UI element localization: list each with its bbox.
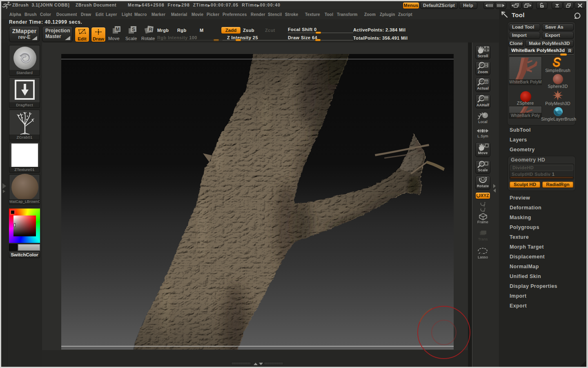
svg-text:x1: x1 — [484, 80, 488, 84]
svg-text:z: z — [483, 209, 485, 212]
svg-text:M: M — [116, 27, 120, 32]
svg-text:y: y — [483, 204, 485, 207]
svg-text:S: S — [132, 27, 135, 32]
